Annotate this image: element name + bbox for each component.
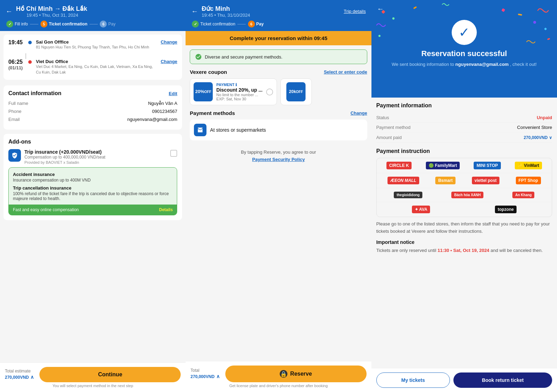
coupon-info-1: PAYMENT ℹ Discount 20%, up ... No limit … [216,83,262,101]
reserve-button[interactable]: 🔒 Reserve [225,366,367,382]
stores-row-2: ÆEON MALL Bsmart viettel post FPT Shop [377,173,552,188]
s2-total-label: Total [190,368,219,373]
store-tgdd: thegioididong [394,192,422,198]
shield-icon [8,149,21,162]
coupon-card-2[interactable]: 20kOFF [280,78,312,105]
screen-2: ← Đức Minh 19:45 • Thu, 31/10/2024 Trip … [186,0,371,392]
step-sep-2: —— [89,22,98,26]
step-pay: 6 Pay [100,21,115,28]
screen1-bottom-bar: Total estimate 270,000VND ∧ Continue You… [0,362,186,392]
departure-change[interactable]: Change [161,39,178,45]
coupon-select-link[interactable]: Select or enter code [324,69,367,75]
screen3-body: Payment information Status Unpaid Paymen… [371,98,557,392]
screen-3: ← ✓ Reservation successful We sent booki… [371,0,557,392]
s2-step-confirm-label: Ticket confirmation [200,22,235,26]
departure-row: 19:45 Sai Gon Offfice 81 Nguyen Huu Tien… [8,39,177,50]
subtitle-before: We sent booking information to [392,62,454,67]
screen2-bottom-bar: Total 270,000VND ∧ 🔒 Reserve Get license… [186,361,371,392]
instr-description: Please go to one of the listed stores, t… [376,221,552,235]
cancellation-title: Trip cancellation insurance [13,185,173,191]
step-fill: ✓ Fill info [6,21,28,28]
trip-details-link[interactable]: Trip details [344,9,366,14]
coupon-radio-1[interactable] [266,89,273,95]
departure-dot [28,41,32,44]
email-value: nguyenvana@gmail.com [127,117,177,122]
coupon-cards: 20%OFF PAYMENT ℹ Discount 20%, up ... No… [190,78,367,105]
store-family-mart: 🟢 FamilyMart [426,162,460,169]
coupon-type-1: PAYMENT ℹ [216,83,262,87]
pm-title: Payment methods [190,110,235,116]
route-title: Hồ Chí Minh → Đắk Lắk [16,5,87,13]
insurance-footer: Fast and easy online compensation Detail… [9,205,177,215]
departure-info: Sai Gon Offfice 81 Nguyen Huu Tien St, P… [36,39,157,50]
store-bach-hoa: Bách hóa XANH [451,192,483,198]
store-fpt: FPT Shop [516,177,541,184]
accident-title: Accident insurance [13,172,173,177]
s2-bottom-note: Get license plate and driver's phone num… [190,384,366,388]
coupon-exp-1: EXP: Sat, Nov 30 [216,97,262,101]
addons-title: Add-ons [8,139,177,145]
arrival-dot [28,60,32,64]
confetti-area [371,0,557,98]
amount-value: 270,000VND ∨ [524,134,552,140]
s2-step-confirm-circle: ✓ [192,21,199,28]
book-return-button[interactable]: Book return ticket [453,372,552,388]
policy-link[interactable]: Payment Security Policy [252,157,305,162]
coupon-section: Vexere coupon Select or enter code 20%OF… [190,69,367,105]
coupon-title: Vexere coupon [190,69,227,75]
contact-edit[interactable]: Edit [169,91,178,96]
store-ava: ✦ AVA [412,206,430,213]
arrival-office: Viet Duc Office [36,59,157,64]
stores-row-4: ✦ AVA topzone [377,202,552,217]
reserve-label: Reserve [290,371,312,377]
step-fill-label: Fill info [15,22,28,26]
continue-button[interactable]: Continue [39,367,181,382]
ins-details-link[interactable]: Details [159,207,173,212]
pm-option[interactable]: At stores or supermarkets [190,120,367,140]
reserve-icon: 🔒 [280,370,287,378]
notice-text: Tickets are only reserved until 11:30 • … [376,247,552,254]
insurance-provider: Provided by BAOVIET x Saladin [24,160,167,164]
departure-address: 81 Nguyen Huu Tien St, Phuong Tay Thanh,… [36,45,157,50]
status-row: Status Unpaid [376,113,552,123]
payment-instruction: Payment instruction CIRCLE K 🟢 FamilyMar… [376,148,552,254]
insurance-checkbox[interactable] [170,150,177,157]
contact-title: Contact information [8,90,61,97]
amount-row: Amount paid 270,000VND ∨ [376,132,552,143]
step-sep-1: —— [30,22,38,26]
secure-text: Diverse and secure payment methods. [205,54,283,60]
coupon-discount-1: Discount 20%, up ... [216,87,262,93]
phone-value: 0901234567 [152,109,177,114]
store-mini-stop: MINI STOP [474,162,500,169]
back-arrow-icon[interactable]: ← [6,7,13,15]
s2-total-amount: 270,000VND ∧ [190,373,219,380]
arrival-row: 06:25 (01/11) Viet Duc Office Viet Duc 4… [8,59,177,75]
store-bsmart: Bsmart [435,177,455,184]
arrival-change[interactable]: Change [161,59,178,64]
s3-header-top: ← [371,0,557,13]
contact-card: Contact information Edit Full name Nguyễ… [3,85,182,130]
my-tickets-button[interactable]: My tickets [376,372,450,388]
screen-1: ← Hồ Chí Minh → Đắk Lắk 19:45 • Thu, Oct… [0,0,186,392]
fullname-label: Full name [8,101,28,106]
method-label: Payment method [376,125,411,130]
stores-row-1: CIRCLE K 🟢 FamilyMart MINI STOP ✨ VinMar… [377,158,552,173]
important-notice: Important notice Tickets are only reserv… [376,239,552,254]
pm-change-link[interactable]: Change [351,110,367,116]
step-fill-circle: ✓ [6,21,13,28]
fullname-row: Full name Nguyễn Văn A [8,101,177,106]
step-pay-circle: 6 [100,21,107,28]
step-pay-label: Pay [108,22,115,26]
notice-title: Important notice [376,239,552,245]
s2-back-arrow-icon[interactable]: ← [191,7,198,15]
phone-row: Phone 0901234567 [8,109,177,114]
coupon-card-1[interactable]: 20%OFF PAYMENT ℹ Discount 20%, up ... No… [190,78,277,105]
stores-grid: CIRCLE K 🟢 FamilyMart MINI STOP ✨ VinMar… [376,158,552,217]
insurance-content: Trip insurance (+20.000VND/seat) Compens… [24,149,167,164]
screens-container: ← Hồ Chí Minh → Đắk Lắk 19:45 • Thu, Oct… [0,0,557,392]
s2-step-confirm: ✓ Ticket confirmation [192,21,235,28]
cancellation-desc: 100% refund of the ticket fare if the tr… [13,191,173,201]
s3-back-arrow-icon[interactable]: ← [377,5,384,13]
method-value: Convenient Store [517,125,552,130]
insurance-row: Trip insurance (+20.000VND/seat) Compens… [8,149,177,164]
